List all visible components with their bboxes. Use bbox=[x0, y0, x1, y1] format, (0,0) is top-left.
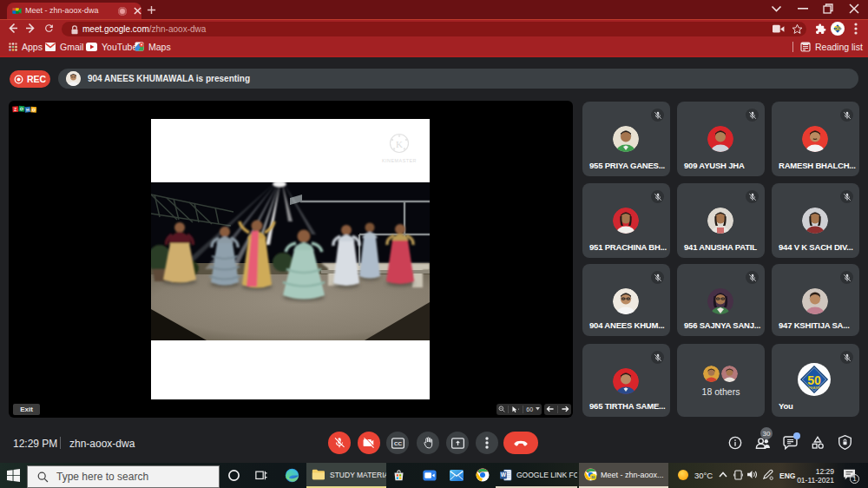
svg-text:50: 50 bbox=[591, 476, 595, 479]
svg-text:O: O bbox=[20, 106, 24, 111]
svg-text:K: K bbox=[396, 139, 403, 149]
svg-text:O: O bbox=[32, 107, 36, 112]
svg-text:50: 50 bbox=[834, 25, 841, 31]
svg-text:Z: Z bbox=[14, 107, 16, 112]
svg-text:KINEMASTER: KINEMASTER bbox=[382, 158, 417, 163]
svg-text:CC: CC bbox=[393, 440, 402, 446]
svg-text:W: W bbox=[501, 472, 507, 478]
svg-text:YEARS: YEARS bbox=[808, 386, 820, 390]
